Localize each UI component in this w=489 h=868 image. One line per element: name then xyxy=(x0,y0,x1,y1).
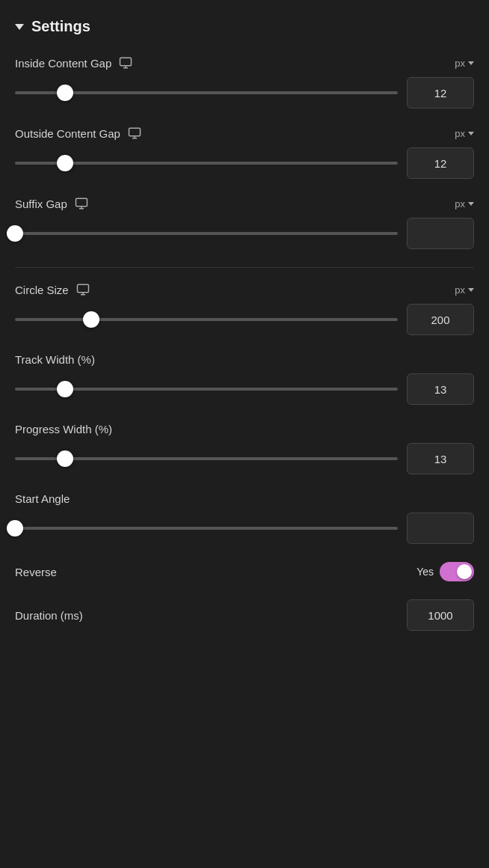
outside-content-gap-slider[interactable] xyxy=(15,156,398,171)
outside-content-gap-input[interactable] xyxy=(407,147,474,179)
progress-width-slider[interactable] xyxy=(15,451,398,466)
outside-content-gap-label: Outside Content Gap xyxy=(15,127,120,140)
monitor-icon xyxy=(119,56,132,70)
monitor-icon xyxy=(128,126,141,140)
progress-width-label: Progress Width (%) xyxy=(15,423,112,435)
track-width-input[interactable] xyxy=(407,373,474,405)
dropdown-chevron-icon xyxy=(468,132,474,135)
progress-width-input[interactable] xyxy=(407,443,474,474)
start-angle-slider-row xyxy=(15,513,474,544)
monitor-icon xyxy=(75,197,88,210)
duration-row: Duration (ms) xyxy=(15,599,474,631)
slider-track xyxy=(15,91,398,94)
inside-content-gap-setting: Inside Content Gap px xyxy=(15,56,474,109)
suffix-gap-setting: Suffix Gap px xyxy=(15,197,474,249)
circle-size-slider-row xyxy=(15,304,474,335)
unit-label: px xyxy=(455,198,465,210)
slider-thumb[interactable] xyxy=(57,85,73,101)
dropdown-chevron-icon xyxy=(468,288,474,292)
outside-content-gap-label-left: Outside Content Gap xyxy=(15,126,141,140)
slider-thumb[interactable] xyxy=(57,381,73,397)
inside-content-gap-unit-dropdown[interactable]: px xyxy=(455,58,474,69)
unit-label: px xyxy=(455,58,465,69)
suffix-gap-label-row: Suffix Gap px xyxy=(15,197,474,210)
reverse-row: Reverse Yes xyxy=(15,562,474,581)
start-angle-input[interactable] xyxy=(407,513,474,544)
reverse-toggle[interactable] xyxy=(440,562,474,581)
reverse-toggle-wrapper: Yes xyxy=(416,562,474,581)
outside-content-gap-label-row: Outside Content Gap px xyxy=(15,126,474,140)
circle-size-input[interactable] xyxy=(407,304,474,335)
slider-track xyxy=(15,162,398,165)
circle-size-label-row: Circle Size px xyxy=(15,283,474,296)
outside-content-gap-slider-row xyxy=(15,147,474,179)
track-width-label: Track Width (%) xyxy=(15,353,95,366)
track-width-label-left: Track Width (%) xyxy=(15,353,95,366)
suffix-gap-slider-row xyxy=(15,218,474,249)
slider-thumb[interactable] xyxy=(83,311,99,328)
duration-input[interactable] xyxy=(407,599,474,631)
suffix-gap-unit-dropdown[interactable]: px xyxy=(455,198,474,210)
circle-size-slider[interactable] xyxy=(15,312,398,327)
slider-track xyxy=(15,318,398,321)
outside-content-gap-unit-dropdown[interactable]: px xyxy=(455,128,474,139)
divider xyxy=(15,267,474,268)
toggle-thumb xyxy=(457,564,472,579)
dropdown-chevron-icon xyxy=(468,202,474,206)
circle-size-label: Circle Size xyxy=(15,284,69,296)
start-angle-setting: Start Angle xyxy=(15,492,474,544)
progress-width-slider-row xyxy=(15,443,474,474)
slider-thumb[interactable] xyxy=(7,520,23,537)
circle-size-unit-dropdown[interactable]: px xyxy=(455,284,474,296)
slider-track xyxy=(15,388,398,391)
dropdown-chevron-icon xyxy=(468,61,474,65)
slider-thumb[interactable] xyxy=(7,225,23,242)
start-angle-slider[interactable] xyxy=(15,521,398,536)
circle-size-setting: Circle Size px xyxy=(15,283,474,335)
unit-label: px xyxy=(455,284,465,296)
svg-rect-9 xyxy=(77,284,88,293)
unit-label: px xyxy=(455,128,465,139)
inside-content-gap-slider[interactable] xyxy=(15,85,398,100)
slider-thumb[interactable] xyxy=(57,155,73,171)
start-angle-label-row: Start Angle xyxy=(15,492,474,505)
svg-rect-3 xyxy=(129,128,140,136)
progress-width-label-left: Progress Width (%) xyxy=(15,423,112,435)
monitor-icon xyxy=(76,283,90,296)
track-width-label-row: Track Width (%) xyxy=(15,353,474,366)
progress-width-label-row: Progress Width (%) xyxy=(15,423,474,435)
duration-label: Duration (ms) xyxy=(15,609,83,622)
circle-size-label-left: Circle Size xyxy=(15,283,90,296)
inside-content-gap-slider-row xyxy=(15,77,474,109)
inside-content-gap-label: Inside Content Gap xyxy=(15,57,111,70)
reverse-toggle-yes-label: Yes xyxy=(416,566,434,578)
slider-track xyxy=(15,457,398,460)
svg-rect-0 xyxy=(120,58,132,66)
inside-content-gap-label-left: Inside Content Gap xyxy=(15,56,132,70)
track-width-slider-row xyxy=(15,373,474,405)
track-width-slider[interactable] xyxy=(15,382,398,397)
suffix-gap-label-left: Suffix Gap xyxy=(15,197,88,210)
slider-thumb[interactable] xyxy=(57,450,73,467)
slider-track xyxy=(15,232,398,235)
settings-header: Settings xyxy=(15,18,474,35)
track-width-setting: Track Width (%) xyxy=(15,353,474,405)
inside-content-gap-label-row: Inside Content Gap px xyxy=(15,56,474,70)
progress-width-setting: Progress Width (%) xyxy=(15,423,474,474)
suffix-gap-input[interactable] xyxy=(407,218,474,249)
start-angle-label: Start Angle xyxy=(15,492,70,505)
suffix-gap-label: Suffix Gap xyxy=(15,198,67,210)
outside-content-gap-setting: Outside Content Gap px xyxy=(15,126,474,179)
svg-rect-6 xyxy=(76,198,87,207)
reverse-label: Reverse xyxy=(15,566,57,578)
slider-track xyxy=(15,527,398,530)
inside-content-gap-input[interactable] xyxy=(407,77,474,109)
suffix-gap-slider[interactable] xyxy=(15,226,398,241)
start-angle-label-left: Start Angle xyxy=(15,492,70,505)
chevron-down-icon[interactable] xyxy=(15,24,24,30)
settings-title: Settings xyxy=(31,18,90,35)
